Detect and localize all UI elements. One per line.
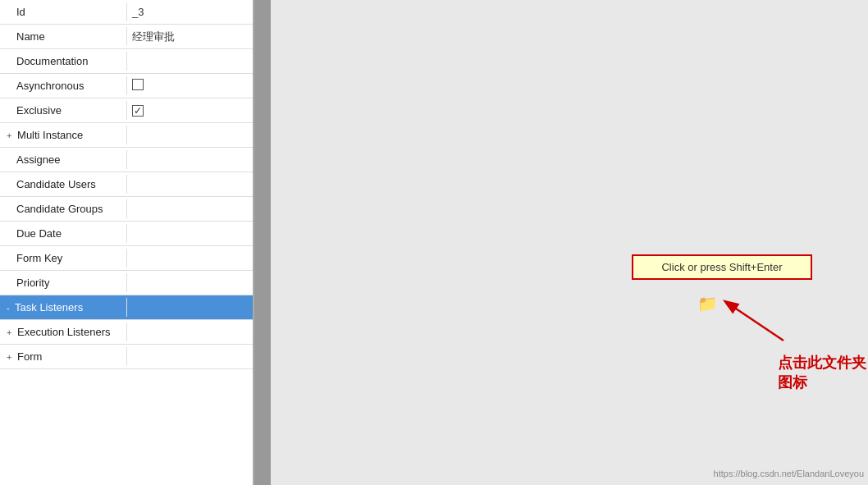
prop-row-documentation: Documentation (0, 49, 253, 74)
tooltip-popup: Click or press Shift+Enter (632, 254, 812, 280)
prop-row-exclusive: Exclusive ✓ (0, 98, 253, 123)
prop-label-exclusive: Exclusive (0, 101, 127, 120)
prop-value-candidate-users[interactable] (127, 181, 253, 188)
prop-label-name: Name (0, 27, 127, 46)
canvas-left-stripe (254, 0, 271, 485)
prop-row-task-listeners[interactable]: - Task Listeners (0, 295, 253, 320)
prop-row-form: + Form (0, 345, 253, 369)
prop-label-id: Id (0, 2, 127, 21)
prop-row-id: Id _3 (0, 0, 253, 25)
diagram-svg (254, 0, 868, 485)
properties-panel: Id _3 Name 经理审批 Documentation Asynchrono… (0, 0, 254, 485)
prop-value-assignee[interactable] (127, 157, 253, 163)
prop-row-multi-instance: + Multi Instance (0, 123, 253, 148)
prop-value-candidate-groups[interactable] (127, 206, 253, 213)
expand-icon-form[interactable]: + (7, 352, 11, 362)
tooltip-text: Click or press Shift+Enter (661, 261, 782, 273)
watermark: https://blog.csdn.net/ElandanLoveyou (714, 469, 864, 478)
prop-label-candidate-groups: Candidate Groups (0, 199, 127, 218)
prop-value-documentation[interactable] (127, 58, 253, 65)
prop-label-due-date: Due Date (0, 224, 127, 243)
prop-row-priority: Priority (0, 271, 253, 295)
prop-row-candidate-users: Candidate Users (0, 172, 253, 197)
prop-label-execution-listeners: + Execution Listeners (0, 323, 127, 341)
prop-value-multi-instance (127, 132, 253, 139)
prop-row-name: Name 经理审批 (0, 25, 253, 49)
prop-row-asynchronous: Asynchronous (0, 74, 253, 98)
prop-row-form-key: Form Key (0, 246, 253, 271)
canvas-area[interactable]: 离职审批 👤 经理审批 👤 人资审批 流程结束 Click or press S… (254, 0, 868, 485)
expand-icon-multi-instance[interactable]: + (7, 130, 11, 140)
prop-row-due-date: Due Date (0, 222, 253, 246)
prop-label-candidate-users: Candidate Users (0, 175, 127, 194)
prop-value-exclusive[interactable]: ✓ (127, 101, 253, 120)
prop-value-asynchronous[interactable] (127, 75, 253, 96)
prop-value-name[interactable]: 经理审批 (127, 26, 253, 48)
expand-icon-execution-listeners[interactable]: + (7, 327, 11, 337)
prop-label-task-listeners: - Task Listeners (0, 298, 127, 317)
prop-value-priority[interactable] (127, 280, 253, 286)
prop-row-assignee: Assignee (0, 148, 253, 172)
checkbox-asynchronous[interactable] (132, 79, 144, 90)
prop-value-form (127, 354, 253, 360)
checkbox-exclusive[interactable]: ✓ (132, 105, 144, 117)
prop-label-priority: Priority (0, 273, 127, 292)
prop-label-asynchronous: Asynchronous (0, 76, 127, 95)
prop-value-task-listeners (127, 304, 253, 311)
prop-value-form-key[interactable] (127, 255, 253, 262)
prop-label-form: + Form (0, 347, 127, 366)
prop-row-candidate-groups: Candidate Groups (0, 197, 253, 222)
prop-label-assignee: Assignee (0, 150, 127, 169)
svg-line-3 (726, 302, 783, 341)
prop-label-multi-instance: + Multi Instance (0, 126, 127, 144)
expand-icon-task-listeners[interactable]: - (7, 303, 10, 313)
prop-value-execution-listeners (127, 329, 253, 336)
prop-row-execution-listeners: + Execution Listeners (0, 320, 253, 345)
prop-label-documentation: Documentation (0, 52, 127, 71)
prop-label-form-key: Form Key (0, 249, 127, 268)
annotation-text: 点击此文件夹图标 (778, 353, 868, 392)
prop-value-due-date[interactable] (127, 231, 253, 237)
folder-icon[interactable]: 📁 (697, 294, 718, 313)
prop-value-id[interactable]: _3 (127, 2, 253, 21)
